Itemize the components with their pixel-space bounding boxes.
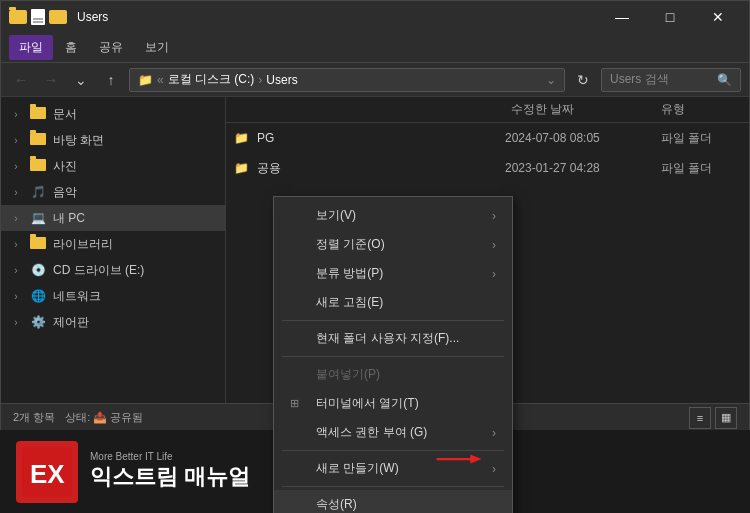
sidebar-item-mypc[interactable]: › 💻 내 PC xyxy=(1,205,225,231)
ctx-arrow-access: › xyxy=(492,426,496,440)
title-folder2-icon xyxy=(49,10,67,24)
file-name-label: PG xyxy=(257,131,274,145)
sidebar-item-network[interactable]: › 🌐 네트워크 xyxy=(1,283,225,309)
path-arrow: › xyxy=(258,73,262,87)
search-icon[interactable]: 🔍 xyxy=(717,73,732,87)
ctx-item-customize[interactable]: 현재 폴더 사용자 지정(F)... xyxy=(274,324,512,353)
sidebar-item-label: 사진 xyxy=(53,158,77,175)
address-path[interactable]: 📁 « 로컬 디스크 (C:) › Users ⌄ xyxy=(129,68,565,92)
expand-arrow: › xyxy=(9,187,23,198)
sidebar-item-music[interactable]: › 🎵 음악 xyxy=(1,179,225,205)
ctx-item-sort[interactable]: 정렬 기준(O) › xyxy=(274,230,512,259)
sidebar-item-label: 음악 xyxy=(53,184,77,201)
file-date-pg: 2024-07-08 08:05 xyxy=(505,131,655,145)
back-button[interactable]: ← xyxy=(9,68,33,92)
tab-share[interactable]: 공유 xyxy=(89,35,133,60)
title-bar: Users — □ ✕ xyxy=(1,1,749,33)
ctx-item-refresh[interactable]: 새로 고침(E) xyxy=(274,288,512,317)
ctx-item-group[interactable]: 분류 방법(P) › xyxy=(274,259,512,288)
path-users: Users xyxy=(266,73,297,87)
sidebar-item-label: 제어판 xyxy=(53,314,89,331)
file-name-label: 공용 xyxy=(257,160,281,177)
library-icon xyxy=(29,237,47,252)
address-bar: ← → ⌄ ↑ 📁 « 로컬 디스크 (C:) › Users ⌄ ↻ User… xyxy=(1,63,749,97)
header-type[interactable]: 유형 xyxy=(661,101,741,118)
sidebar-item-desktop[interactable]: › 바탕 화면 xyxy=(1,127,225,153)
expand-arrow: › xyxy=(9,161,23,172)
list-view-button[interactable]: ≡ xyxy=(689,407,711,429)
ctx-label-refresh: 새로 고침(E) xyxy=(290,294,496,311)
share-icon: 📤 xyxy=(93,411,110,423)
close-button[interactable]: ✕ xyxy=(695,1,741,33)
folder-icon xyxy=(29,159,47,174)
file-type-public: 파일 폴더 xyxy=(661,160,741,177)
item-count: 2개 항목 xyxy=(13,410,55,425)
expand-arrow: › xyxy=(9,317,23,328)
red-arrow-indicator xyxy=(429,449,489,469)
brand-title: 익스트림 매뉴얼 xyxy=(90,462,250,492)
sidebar-item-cd[interactable]: › 💿 CD 드라이브 (E:) xyxy=(1,257,225,283)
ctx-item-terminal[interactable]: ⊞ 터미널에서 열기(T) xyxy=(274,389,512,418)
sidebar-item-label: 문서 xyxy=(53,106,77,123)
ctx-arrow-new: › xyxy=(492,462,496,476)
file-type-pg: 파일 폴더 xyxy=(661,130,741,147)
pc-icon: 💻 xyxy=(29,211,47,225)
ctx-arrow-group: › xyxy=(492,267,496,281)
sidebar-item-documents[interactable]: › 문서 xyxy=(1,101,225,127)
ctx-item-paste[interactable]: 붙여넣기(P) xyxy=(274,360,512,389)
ctx-sep-1 xyxy=(282,320,504,321)
file-row-public[interactable]: 📁 공용 2023-01-27 04:28 파일 폴더 xyxy=(226,153,749,183)
window-title: Users xyxy=(77,10,108,24)
refresh-button[interactable]: ↻ xyxy=(571,68,595,92)
dropdown-icon: ⌄ xyxy=(546,73,556,87)
folder-icon xyxy=(29,107,47,122)
music-icon: 🎵 xyxy=(29,185,47,199)
ribbon: 파일 홈 공유 보기 xyxy=(1,33,749,63)
tile-view-button[interactable]: ▦ xyxy=(715,407,737,429)
file-name-pg: 📁 PG xyxy=(234,131,499,145)
sidebar-item-photos[interactable]: › 사진 xyxy=(1,153,225,179)
sidebar-item-label: CD 드라이브 (E:) xyxy=(53,262,144,279)
maximize-button[interactable]: □ xyxy=(647,1,693,33)
network-icon: 🌐 xyxy=(29,289,47,303)
ctx-item-properties[interactable]: 속성(R) xyxy=(274,490,512,513)
ctx-item-access[interactable]: 액세스 권한 부여 (G) › xyxy=(274,418,512,447)
ctx-icon-terminal: ⊞ xyxy=(290,397,310,410)
expand-arrow: › xyxy=(9,291,23,302)
file-date-public: 2023-01-27 04:28 xyxy=(505,161,655,175)
header-date[interactable]: 수정한 날짜 xyxy=(511,101,661,118)
file-explorer-window: Users — □ ✕ 파일 홈 공유 보기 ← → ⌄ ↑ 📁 « 로컬 디스… xyxy=(0,0,750,430)
sidebar-item-label: 라이브러리 xyxy=(53,236,113,253)
ctx-item-view[interactable]: 보기(V) › xyxy=(274,201,512,230)
minimize-button[interactable]: — xyxy=(599,1,645,33)
sidebar-item-library[interactable]: › 라이브러리 xyxy=(1,231,225,257)
tab-view[interactable]: 보기 xyxy=(135,35,179,60)
expand-arrow: › xyxy=(9,135,23,146)
up-button[interactable]: ↑ xyxy=(99,68,123,92)
ctx-label-customize: 현재 폴더 사용자 지정(F)... xyxy=(290,330,496,347)
control-icon: ⚙️ xyxy=(29,315,47,329)
expand-arrow: › xyxy=(9,213,23,224)
recent-button[interactable]: ⌄ xyxy=(69,68,93,92)
sidebar-item-label: 바탕 화면 xyxy=(53,132,104,149)
ctx-arrow-view: › xyxy=(492,209,496,223)
forward-button[interactable]: → xyxy=(39,68,63,92)
ctx-arrow-sort: › xyxy=(492,238,496,252)
ctx-sep-4 xyxy=(282,486,504,487)
brand-subtitle: More Better IT Life xyxy=(90,451,250,462)
path-separator: « xyxy=(157,73,164,87)
search-bar[interactable]: Users 검색 🔍 xyxy=(601,68,741,92)
ctx-sep-2 xyxy=(282,356,504,357)
ctx-label-group: 분류 방법(P) xyxy=(290,265,492,282)
search-placeholder: Users 검색 xyxy=(610,71,713,88)
tab-file[interactable]: 파일 xyxy=(9,35,53,60)
brand-text: More Better IT Life 익스트림 매뉴얼 xyxy=(90,451,250,492)
sidebar-item-label: 내 PC xyxy=(53,210,85,227)
path-local-disk: 로컬 디스크 (C:) xyxy=(168,71,255,88)
file-row-pg[interactable]: 📁 PG 2024-07-08 08:05 파일 폴더 xyxy=(226,123,749,153)
file-list-header: 수정한 날짜 유형 xyxy=(226,97,749,123)
path-icon: 📁 xyxy=(138,73,153,87)
sidebar-item-control[interactable]: › ⚙️ 제어판 xyxy=(1,309,225,335)
view-controls: ≡ ▦ xyxy=(689,407,737,429)
tab-home[interactable]: 홈 xyxy=(55,35,87,60)
